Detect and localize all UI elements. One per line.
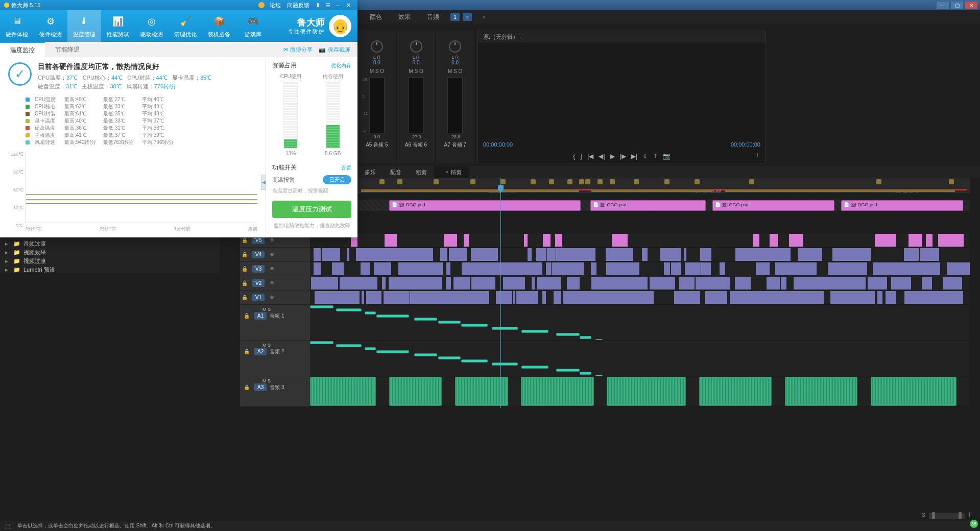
audio-clip[interactable] xyxy=(521,330,548,333)
track-lane-a2[interactable] xyxy=(310,341,970,376)
subtab-temperature[interactable]: 温度监控 xyxy=(0,42,45,57)
pan-knob[interactable] xyxy=(410,40,422,53)
overwrite-icon[interactable]: ⤒ xyxy=(653,153,658,160)
screenshot-button[interactable]: 📷保存截屏 xyxy=(319,46,350,54)
audio-clip[interactable] xyxy=(871,377,957,406)
pr-workspace-badge[interactable]: 1 xyxy=(450,13,460,21)
track-target[interactable]: V5 xyxy=(252,236,265,244)
audio-clip[interactable] xyxy=(461,324,488,327)
track-head-v3[interactable]: 🔒V3👁 xyxy=(240,262,310,276)
track-lane-v1[interactable] xyxy=(310,291,970,305)
play-icon[interactable]: ▶ xyxy=(610,153,615,160)
track-head-a2[interactable]: M S 🔒A2音频 2 xyxy=(240,341,310,376)
track-head-v4[interactable]: 🔒V4👁 xyxy=(240,248,310,262)
go-in-icon[interactable]: |◀ xyxy=(587,153,593,160)
audio-clip[interactable] xyxy=(461,359,488,363)
audio-clip[interactable] xyxy=(414,318,437,321)
step-back-icon[interactable]: ◀| xyxy=(599,153,605,160)
menu-icon[interactable]: ☰ xyxy=(323,2,333,9)
tl-tab-0[interactable]: 多乐 xyxy=(357,166,383,178)
feedback-link[interactable]: 问题反馈 xyxy=(287,2,309,9)
video-clip[interactable]: 📄 竖LOGO.psd xyxy=(841,200,963,211)
mark-out-icon[interactable]: } xyxy=(580,153,582,160)
mixer-strip-a6[interactable]: L R 0.0 M S O -27.9 A6 音频 6 xyxy=(397,31,436,163)
track-lane-a1[interactable] xyxy=(310,305,970,341)
audio-clip[interactable] xyxy=(365,347,375,350)
mark-in-icon[interactable]: { xyxy=(573,153,575,160)
audio-clip[interactable] xyxy=(376,315,410,318)
fx-folder[interactable]: ▸📁音频过渡 xyxy=(5,239,214,248)
audio-clip[interactable] xyxy=(521,377,593,406)
ld-close-button[interactable]: ✕ xyxy=(343,2,353,9)
source-tc-in[interactable]: 00;00;00;00 xyxy=(483,141,513,148)
audio-clip[interactable] xyxy=(556,333,580,336)
audio-clip[interactable] xyxy=(310,341,333,344)
timeline-zoom-bar[interactable]: S F xyxy=(929,513,965,519)
step-fwd-icon[interactable]: |▶ xyxy=(620,153,626,160)
optimize-memory-link[interactable]: 优化内存 xyxy=(331,62,351,69)
pan-knob[interactable] xyxy=(449,40,461,53)
track-head-v2[interactable]: 🔒V2👁 xyxy=(240,276,310,291)
audio-clip[interactable] xyxy=(336,344,362,347)
ld-toolbar-item[interactable]: 🎮游戏库 xyxy=(236,10,270,42)
timeline-ruler[interactable]: 00;05;00;0000;10;00;0000;15;00;00 xyxy=(310,178,970,192)
pr-overflow-icon[interactable]: » xyxy=(482,13,486,20)
forum-link[interactable]: 论坛 xyxy=(270,2,281,9)
ld-minimize-button[interactable]: — xyxy=(333,2,343,8)
track-head-a3[interactable]: M S 🔒A3音频 3 xyxy=(240,376,310,407)
track-lane-a3[interactable] xyxy=(310,376,970,407)
export-frame-icon[interactable]: 📷 xyxy=(663,153,671,160)
subtab-cooling[interactable]: 节能降温 xyxy=(45,42,90,57)
source-button-editor[interactable]: + xyxy=(755,151,759,159)
audio-clip[interactable] xyxy=(438,321,461,324)
fx-folder[interactable]: ▸📁视频效果 xyxy=(5,248,214,257)
audio-clip[interactable] xyxy=(376,350,410,353)
pr-workspace-menu-icon[interactable]: ≡ xyxy=(463,13,472,21)
dropdown-icon[interactable]: ⬇ xyxy=(313,2,323,9)
mso-buttons[interactable]: M S O xyxy=(370,68,384,74)
track-target[interactable]: V2 xyxy=(252,279,265,287)
audio-clip[interactable] xyxy=(365,311,375,315)
playhead[interactable] xyxy=(500,178,501,408)
track-lane-v5[interactable] xyxy=(310,233,970,248)
ludashi-titlebar[interactable]: 鲁大师 5.15 论坛 问题反馈 ⬇ ☰ — ✕ xyxy=(0,0,357,10)
audio-clip[interactable] xyxy=(785,377,857,406)
video-clip[interactable]: 📄 竖LOGO.psd xyxy=(389,200,581,211)
fx-folder[interactable]: ▸📁视频过渡 xyxy=(5,257,214,266)
track-head-a1[interactable]: M S 🔒A1音频 1 xyxy=(240,305,310,341)
track-lane-v2[interactable] xyxy=(310,276,970,291)
audio-clip[interactable] xyxy=(492,327,517,330)
tab-close-icon[interactable]: × xyxy=(445,169,448,175)
go-out-icon[interactable]: ▶| xyxy=(631,153,637,160)
ld-toolbar-item[interactable]: ◎驱动检测 xyxy=(135,10,169,42)
floating-temp-widget[interactable]: 35 xyxy=(970,520,978,528)
audio-clip[interactable] xyxy=(414,353,437,356)
pr-max-button[interactable]: ▢ xyxy=(951,2,963,9)
audio-clip[interactable] xyxy=(336,308,362,311)
track-target[interactable]: V1 xyxy=(252,294,265,301)
audio-clip[interactable] xyxy=(699,377,772,406)
ld-toolbar-item[interactable]: ⚙硬件检测 xyxy=(34,10,67,42)
track-head-v1[interactable]: 🔒V1👁 xyxy=(240,291,310,305)
audio-clip[interactable] xyxy=(492,363,517,366)
pr-workspace-audio[interactable]: 音频 xyxy=(419,13,447,21)
track-target[interactable]: A1 xyxy=(254,312,267,320)
audio-clip[interactable] xyxy=(580,336,591,339)
tl-tab-active[interactable]: × 精剪 xyxy=(434,166,469,178)
track-lane-v4[interactable] xyxy=(310,248,970,262)
tl-tab-2[interactable]: 粗剪 xyxy=(409,166,434,178)
ld-toolbar-item[interactable]: 🧹清理优化 xyxy=(169,10,202,42)
audio-clip[interactable] xyxy=(521,366,548,369)
audio-clip[interactable] xyxy=(580,372,591,375)
track-target[interactable]: A3 xyxy=(254,383,267,391)
video-clip[interactable]: 📄 竖LOGO.psd xyxy=(712,200,834,211)
pan-knob[interactable] xyxy=(371,40,383,53)
ld-toolbar-item[interactable]: 📦装机必备 xyxy=(202,10,236,42)
hot-alarm-switch[interactable]: 已开启 xyxy=(323,175,351,184)
track-lane-v3[interactable] xyxy=(310,262,970,276)
pr-workspace-effects[interactable]: 效果 xyxy=(390,13,419,21)
audio-clip[interactable] xyxy=(310,377,376,406)
lock-icon[interactable]: 🔒 xyxy=(240,237,249,243)
mso-buttons[interactable]: M S O xyxy=(448,68,462,74)
ld-toolbar-item[interactable]: 📊性能测试 xyxy=(101,10,135,42)
